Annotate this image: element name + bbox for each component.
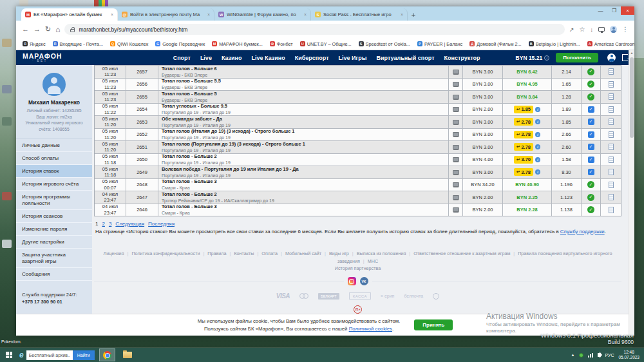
footer-link[interactable]: Мобильный сайт (278, 251, 321, 256)
footer-link[interactable]: История партнерства (335, 265, 381, 271)
receipt-icon[interactable] (609, 81, 614, 88)
bookmark-star-icon[interactable]: ☆ (580, 26, 585, 33)
info-icon[interactable]: i (535, 144, 540, 149)
live-checkbox-checked[interactable]: ✓ (588, 144, 594, 150)
cashout-badge[interactable]: ↩3.70 (514, 156, 533, 164)
close-button[interactable]: × (621, 6, 634, 15)
logout-icon[interactable] (622, 54, 628, 61)
download-icon[interactable]: ↓ (591, 26, 594, 33)
page-link[interactable]: 3 (109, 221, 111, 227)
match-stats-icon[interactable] (453, 82, 459, 86)
desktop-shortcut-icon[interactable] (2, 39, 12, 47)
marathon-logo[interactable]: МАРАФОН · БЕТ · (23, 53, 62, 62)
receipt-icon[interactable] (609, 119, 614, 125)
tab-close-icon[interactable]: × (207, 12, 210, 17)
bookmark-item[interactable]: QQIWI Кошелек (110, 41, 148, 47)
bookmark-item[interactable]: PPAYEER | Баланс (417, 41, 462, 47)
tray-app-icon[interactable] (579, 353, 583, 357)
desktop-shortcut-icon[interactable] (2, 117, 12, 126)
nav-item[interactable]: Спорт (173, 55, 191, 61)
footer-link[interactable]: МНС (360, 258, 378, 264)
nav-item[interactable]: Live (200, 55, 212, 61)
taskbar-chrome-button[interactable] (99, 348, 115, 361)
ie-icon[interactable]: e (19, 350, 24, 359)
deposit-button[interactable]: Пополнить (556, 53, 598, 62)
desktop-shortcut-icon[interactable] (2, 192, 12, 200)
cashout-badge[interactable]: ↩1.85 (514, 106, 533, 113)
instagram-icon[interactable] (348, 277, 356, 285)
volume-icon[interactable] (598, 353, 600, 357)
receipt-icon[interactable] (609, 68, 614, 75)
sidebar-item[interactable]: Способ оплаты (16, 152, 92, 165)
live-checkbox-checked[interactable]: ✓ (588, 131, 594, 138)
sidebar-item[interactable]: Личные данные (16, 139, 92, 152)
match-stats-icon[interactable] (453, 157, 459, 162)
live-checkbox-checked[interactable]: ✓ (588, 169, 594, 175)
match-stats-icon[interactable] (453, 170, 459, 175)
profile-avatar-icon[interactable] (610, 26, 617, 33)
tab-close-icon[interactable]: × (401, 12, 403, 17)
footer-link[interactable]: Ответственное отношение к азартным играм (406, 251, 510, 256)
footer-link[interactable]: Контакты (227, 251, 254, 256)
account-icon[interactable] (607, 53, 616, 62)
receipt-icon[interactable] (609, 144, 614, 150)
nav-item[interactable]: Киберспорт (295, 55, 329, 61)
bookmark-item[interactable]: MМАРАФОН букмек... (212, 41, 263, 47)
match-stats-icon[interactable] (453, 95, 459, 99)
scroll-up-icon[interactable]: ▲ (629, 50, 634, 56)
address-bar[interactable]: marathonbet.by/su/myaccount/bethistory.h… (64, 24, 565, 35)
back-icon[interactable]: ← (22, 26, 29, 33)
match-stats-icon[interactable] (453, 207, 459, 212)
browser-tab[interactable]: @Войти в электронную почту Ма× (118, 8, 214, 21)
support-link[interactable]: Службу поддержки (560, 229, 605, 234)
info-icon[interactable]: i (535, 107, 540, 112)
sidebar-item[interactable]: История игрового счёта (16, 178, 92, 191)
cast-monitor-icon[interactable] (598, 27, 605, 32)
live-checkbox-checked[interactable]: ✓ (588, 119, 594, 125)
receipt-icon[interactable] (609, 157, 614, 163)
info-icon[interactable]: i (535, 157, 540, 162)
match-stats-icon[interactable] (453, 195, 459, 200)
forward-icon[interactable]: → (33, 26, 41, 33)
start-button[interactable] (0, 352, 18, 358)
footer-link[interactable]: Выписка из положения (349, 251, 406, 256)
sidebar-item[interactable]: История ставок (16, 165, 92, 178)
footer-link[interactable]: Оплата (254, 251, 278, 256)
sidebar-item[interactable]: Другие настройки (16, 236, 92, 249)
match-stats-icon[interactable] (453, 120, 459, 124)
info-icon[interactable]: i (535, 132, 540, 137)
tray-expand-icon[interactable]: ▲ (571, 353, 574, 357)
receipt-icon[interactable] (609, 169, 614, 175)
receipt-icon[interactable] (609, 93, 614, 100)
footer-link[interactable]: Лицензия (104, 251, 124, 256)
pagination-next-link[interactable]: Следующая (115, 221, 144, 227)
nav-item[interactable]: Live Игры (339, 55, 367, 61)
receipt-icon[interactable] (609, 182, 614, 188)
match-stats-icon[interactable] (453, 132, 459, 137)
receipt-icon[interactable] (609, 106, 614, 113)
cookie-policy-link[interactable]: Политикой cookies (349, 326, 392, 332)
nav-item[interactable]: Live Казино (252, 55, 285, 61)
page-link[interactable]: 2 (102, 221, 104, 227)
taskbar-explorer-button[interactable] (120, 348, 136, 361)
live-checkbox-checked[interactable]: ✓ (588, 106, 594, 113)
cashout-badge[interactable]: ↩2.78 (514, 168, 533, 176)
bookmark-item[interactable]: BBetplay.io | Lightnin... (529, 41, 580, 47)
bookmark-item[interactable]: ДДомовой (Фильм 2... (469, 41, 521, 47)
browser-tab[interactable]: WWINGamble | Форум казино, по× (214, 8, 311, 21)
maximize-button[interactable]: ❐ (607, 6, 621, 15)
cookie-accept-button[interactable]: Принять (414, 319, 453, 330)
vk-icon[interactable]: VK (360, 277, 368, 285)
bookmark-item[interactable]: ФФонбет (270, 41, 293, 47)
network-icon[interactable] (588, 353, 593, 357)
receipt-icon[interactable] (609, 194, 614, 200)
footer-link[interactable]: Правила (200, 251, 226, 256)
taskbar-clock[interactable]: 12:48 05.07.2023 (618, 350, 639, 360)
taskbar-search-input[interactable] (26, 350, 73, 360)
sidebar-item[interactable]: Защита участника азартной игры (16, 249, 92, 268)
match-stats-icon[interactable] (453, 107, 459, 111)
lock-icon[interactable] (70, 29, 75, 32)
scrollbar-thumb[interactable] (630, 57, 634, 138)
minimize-button[interactable]: — (594, 6, 607, 15)
footer-link[interactable]: Политика конфиденциальности (124, 251, 200, 256)
